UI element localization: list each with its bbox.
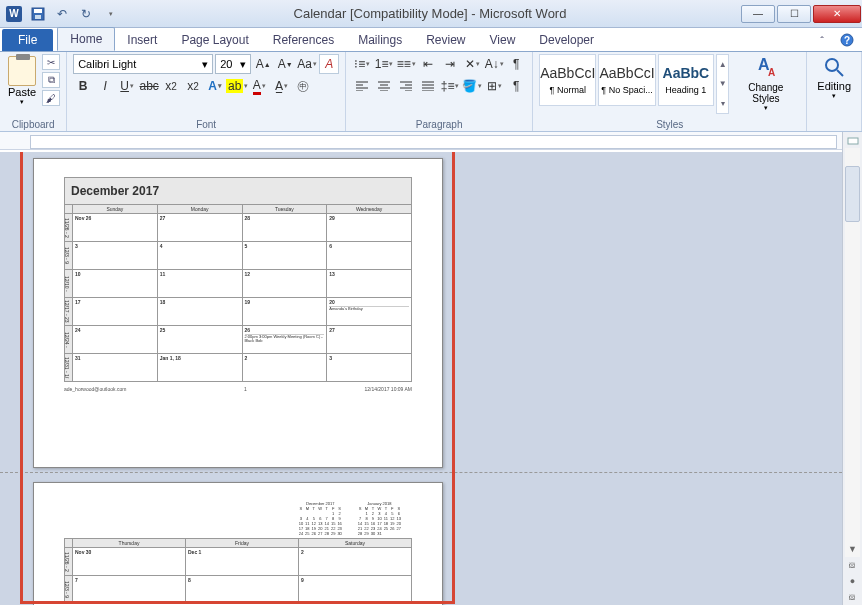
page-break: [0, 472, 842, 473]
tab-insert[interactable]: Insert: [115, 29, 169, 51]
calendar-cell: 5: [242, 242, 327, 270]
increase-indent-button[interactable]: ⇥: [440, 54, 460, 74]
minimize-button[interactable]: —: [741, 5, 775, 23]
subscript-button[interactable]: x2: [161, 76, 181, 96]
change-styles-button[interactable]: AA Change Styles ▾: [731, 54, 800, 114]
calendar-cell: 19: [242, 298, 327, 326]
shading-button[interactable]: 🪣: [462, 76, 482, 96]
bold-button[interactable]: B: [73, 76, 93, 96]
numbering-button[interactable]: 1≡: [374, 54, 394, 74]
tab-references[interactable]: References: [261, 29, 346, 51]
tab-view[interactable]: View: [478, 29, 528, 51]
footer-email: ade_horwood@outlook.com: [64, 386, 126, 392]
change-styles-icon: AA: [754, 56, 778, 82]
calendar-cell: Nov 30: [73, 548, 186, 576]
italic-button[interactable]: I: [95, 76, 115, 96]
qat-more-button[interactable]: [100, 4, 120, 24]
character-shading-button[interactable]: A̲: [271, 76, 291, 96]
redo-button[interactable]: ↻: [76, 4, 96, 24]
maximize-button[interactable]: ☐: [777, 5, 811, 23]
horizontal-ruler[interactable]: [0, 132, 862, 150]
footer-page: 1: [244, 386, 247, 392]
calendar-cell: 31: [73, 354, 158, 382]
tab-home[interactable]: Home: [57, 27, 115, 51]
copy-button[interactable]: ⧉: [42, 72, 60, 88]
borders-button[interactable]: ⊞: [484, 76, 504, 96]
ribbon-minimize-button[interactable]: ˆ: [812, 31, 832, 51]
footer-timestamp: 12/14/2017 10:09 AM: [364, 386, 412, 392]
paste-label: Paste: [8, 86, 36, 98]
clear-formatting-button[interactable]: A: [319, 54, 339, 74]
style-scroll-down[interactable]: ▼: [717, 74, 728, 93]
calendar-cell: 20Amanda's Birthday: [327, 298, 412, 326]
font-name-combo[interactable]: Calibri Light▾: [73, 54, 213, 74]
multilevel-button[interactable]: ≡≡: [396, 54, 416, 74]
scroll-down-button[interactable]: ▼: [843, 541, 862, 557]
calendar-cell: 25: [157, 326, 242, 354]
editing-button[interactable]: Editing ▾: [813, 54, 855, 102]
document-area[interactable]: December 2017 Sunday Monday Tuesday Wedn…: [0, 152, 842, 605]
help-icon: ?: [840, 33, 854, 47]
tab-mailings[interactable]: Mailings: [346, 29, 414, 51]
font-color-button[interactable]: A: [249, 76, 269, 96]
tab-review[interactable]: Review: [414, 29, 477, 51]
align-center-icon: [378, 81, 390, 91]
strikethrough-button[interactable]: abc: [139, 76, 159, 96]
calendar-cell: 13: [327, 270, 412, 298]
asian-layout-button[interactable]: ✕: [462, 54, 482, 74]
decrease-indent-button[interactable]: ⇤: [418, 54, 438, 74]
paste-button[interactable]: Paste ▾: [6, 54, 38, 108]
scroll-thumb[interactable]: [845, 166, 860, 222]
close-button[interactable]: ✕: [813, 5, 861, 23]
cut-button[interactable]: ✂: [42, 54, 60, 70]
style-scroll-up[interactable]: ▲: [717, 55, 728, 74]
style-normal[interactable]: AaBbCcI ¶ Normal: [539, 54, 596, 106]
style-heading1[interactable]: AaBbC Heading 1: [658, 54, 714, 106]
shrink-font-button[interactable]: A▼: [275, 54, 295, 74]
align-center-button[interactable]: [374, 76, 394, 96]
style-no-spacing[interactable]: AaBbCcI ¶ No Spaci...: [598, 54, 655, 106]
superscript-button[interactable]: x2: [183, 76, 203, 96]
svg-rect-25: [848, 138, 858, 144]
align-right-button[interactable]: [396, 76, 416, 96]
save-icon: [31, 7, 45, 21]
grow-font-button[interactable]: A▲: [253, 54, 273, 74]
paragraph-label: Paragraph: [352, 118, 526, 131]
tab-page-layout[interactable]: Page Layout: [169, 29, 260, 51]
undo-button[interactable]: ↶: [52, 4, 72, 24]
change-case-button[interactable]: Aa: [297, 54, 317, 74]
eraser-icon: A: [325, 57, 333, 71]
calendar-table-p1: Sunday Monday Tuesday Wednesday 11/26 - …: [64, 204, 412, 382]
calendar-cell: 9: [299, 576, 412, 604]
style-more-button[interactable]: ▾: [717, 94, 728, 113]
paint-bucket-icon: 🪣: [462, 79, 477, 93]
text-effects-button[interactable]: A: [205, 76, 225, 96]
svg-line-24: [837, 70, 843, 76]
format-painter-button[interactable]: 🖌: [42, 90, 60, 106]
help-button[interactable]: ?: [832, 29, 862, 51]
calendar-cell: 17: [73, 298, 158, 326]
calendar-cell: 27: [157, 214, 242, 242]
enclose-characters-button[interactable]: ㊥: [293, 76, 313, 96]
calendar-cell: 28: [242, 214, 327, 242]
justify-button[interactable]: [418, 76, 438, 96]
calendar-cell: 24: [73, 326, 158, 354]
underline-button[interactable]: U: [117, 76, 137, 96]
paragraph-mark-button[interactable]: ¶: [506, 76, 526, 96]
tab-developer[interactable]: Developer: [527, 29, 606, 51]
show-hide-button[interactable]: ¶: [506, 54, 526, 74]
next-page-button[interactable]: ⦻: [843, 589, 862, 605]
calendar-cell: 6: [327, 242, 412, 270]
window-title: Calendar [Compatibility Mode] - Microsof…: [120, 6, 740, 21]
align-left-button[interactable]: [352, 76, 372, 96]
sort-button[interactable]: A↓: [484, 54, 504, 74]
browse-object-button[interactable]: ●: [843, 573, 862, 589]
group-styles: AaBbCcI ¶ Normal AaBbCcI ¶ No Spaci... A…: [533, 52, 807, 131]
highlight-button[interactable]: ab: [227, 76, 247, 96]
tab-file[interactable]: File: [2, 29, 53, 51]
prev-page-button[interactable]: ⦻: [843, 557, 862, 573]
bullets-button[interactable]: ⁝≡: [352, 54, 372, 74]
line-spacing-button[interactable]: ‡≡: [440, 76, 460, 96]
font-size-combo[interactable]: 20▾: [215, 54, 251, 74]
save-button[interactable]: [28, 4, 48, 24]
